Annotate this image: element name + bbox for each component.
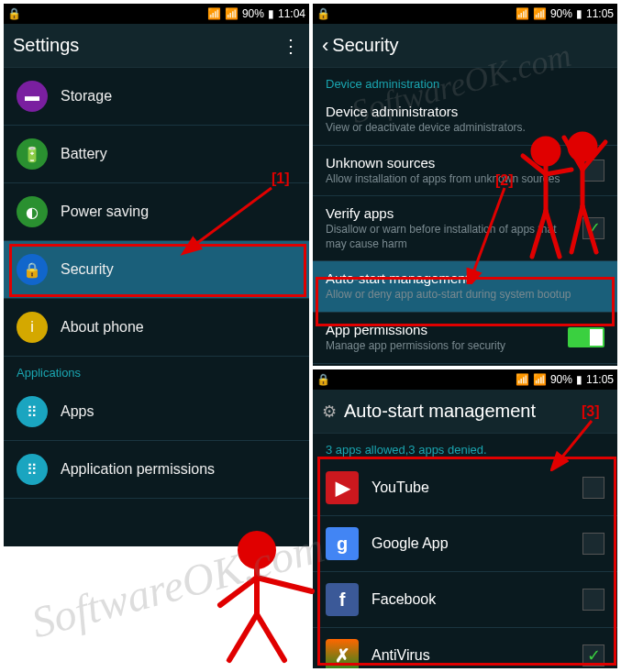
svg-line-7 [229, 614, 257, 660]
signal-icon: 📶 [533, 7, 547, 20]
status-bar: 🔒 📶 📶 90% ▮ 11:05 [313, 4, 617, 24]
item-title: Auto-start management [326, 270, 604, 286]
status-bar: 🔒 📶 📶 90% ▮ 11:05 [313, 369, 617, 390]
security-item-app-permissions[interactable]: App permissions Manage app permissions f… [313, 313, 617, 364]
facebook-icon: f [326, 583, 359, 616]
settings-item-apps[interactable]: ⠿ Apps [4, 383, 309, 441]
section-applications: Applications [4, 357, 309, 383]
screen-autostart: 🔒 📶 📶 90% ▮ 11:05 ⚙ Auto-start managemen… [313, 369, 617, 668]
item-label: Apps [61, 403, 94, 420]
page-title: Security [332, 35, 398, 56]
title-bar-autostart: ⚙ Auto-start management [313, 390, 617, 434]
app-label: Facebook [371, 591, 575, 608]
battery-text: 90% [550, 7, 572, 20]
checkbox-unknown-sources[interactable] [582, 160, 604, 182]
title-bar-settings: Settings ⋮ [4, 24, 309, 68]
lock-icon: 🔒 [7, 7, 21, 20]
item-subtitle: Allow installation of apps from unknown … [326, 172, 575, 187]
app-permissions-icon: ⠿ [17, 454, 48, 485]
title-bar-security: ‹ Security [313, 24, 617, 68]
checkbox-google[interactable] [582, 533, 604, 555]
autostart-summary: 3 apps allowed,3 apps denied. [313, 434, 617, 460]
back-icon[interactable]: ‹ [322, 34, 328, 58]
section-device-admin: Device administration [313, 68, 617, 94]
gear-icon: ⚙ [322, 402, 337, 422]
lock-icon: 🔒 [316, 7, 330, 20]
battery-text: 90% [550, 373, 572, 386]
svg-line-5 [220, 578, 257, 605]
battery-icon: 🔋 [17, 138, 48, 170]
app-item-google[interactable]: g Google App [313, 516, 617, 572]
item-title: Verify apps [326, 205, 575, 221]
signal-icon: 📶 [225, 7, 238, 20]
overflow-menu-icon[interactable]: ⋮ [282, 35, 300, 57]
settings-item-battery[interactable]: 🔋 Battery [4, 126, 309, 183]
battery-text: 90% [242, 7, 264, 20]
item-subtitle: View or deactivate device administrators… [326, 121, 604, 136]
screen-settings: 🔒 📶 📶 90% ▮ 11:04 Settings ⋮ ▬ Storage 🔋… [4, 4, 309, 546]
signal-icon: 📶 [533, 373, 547, 386]
checkbox-antivirus[interactable]: ✓ [582, 644, 604, 666]
page-title: Settings [13, 35, 79, 56]
signal-icon: 📶 [516, 7, 529, 20]
app-item-facebook[interactable]: f Facebook [313, 572, 617, 628]
item-label: Power saving [61, 204, 149, 220]
item-title: App permissions [326, 322, 568, 337]
item-label: Security [61, 261, 114, 278]
item-label: Application permissions [61, 461, 215, 478]
item-title: Unknown sources [326, 155, 575, 171]
checkbox-verify-apps[interactable]: ✓ [582, 217, 604, 239]
item-label: Battery [61, 146, 107, 162]
clock: 11:05 [586, 7, 614, 20]
power-saving-icon: ◐ [17, 196, 48, 227]
item-subtitle: Disallow or warn before installation of … [326, 223, 575, 251]
toggle-app-permissions[interactable] [568, 327, 604, 347]
security-item-device-administrators[interactable]: Device administrators View or deactivate… [313, 94, 617, 146]
signal-icon: 📶 [516, 373, 529, 386]
settings-item-app-permissions[interactable]: ⠿ Application permissions [4, 441, 309, 499]
item-subtitle: Manage app permissions for security [326, 339, 568, 354]
app-label: Google App [371, 535, 575, 552]
status-bar: 🔒 📶 📶 90% ▮ 11:04 [4, 4, 309, 24]
item-title: Device administrators [326, 104, 604, 119]
settings-item-security[interactable]: 🔒 Security [4, 241, 309, 299]
settings-item-storage[interactable]: ▬ Storage [4, 68, 309, 126]
item-label: About phone [61, 319, 144, 336]
app-item-youtube[interactable]: ▶ YouTube [313, 460, 617, 516]
app-label: YouTube [371, 479, 575, 496]
screen-security: 🔒 📶 📶 90% ▮ 11:05 ‹ Security Device admi… [313, 4, 617, 366]
security-item-auto-start-management[interactable]: Auto-start management Allow or deny app … [313, 261, 617, 313]
checkbox-youtube[interactable] [582, 477, 604, 499]
storage-icon: ▬ [17, 81, 48, 112]
lock-icon: 🔒 [316, 373, 330, 386]
signal-icon: 📶 [207, 7, 221, 20]
checkbox-facebook[interactable] [582, 589, 604, 611]
google-icon: g [326, 527, 359, 560]
settings-item-about-phone[interactable]: i About phone [4, 299, 309, 357]
svg-line-8 [257, 614, 284, 660]
about-icon: i [17, 312, 48, 343]
page-title: Auto-start management [344, 401, 536, 422]
security-item-verify-apps[interactable]: Verify apps Disallow or warn before inst… [313, 196, 617, 261]
youtube-icon: ▶ [326, 471, 359, 504]
app-label: AntiVirus [371, 647, 575, 664]
apps-icon: ⠿ [17, 396, 48, 427]
battery-icon: ▮ [268, 7, 274, 20]
security-item-unknown-sources[interactable]: Unknown sources Allow installation of ap… [313, 146, 617, 197]
battery-icon: ▮ [576, 7, 582, 20]
antivirus-icon: ✗ [326, 639, 359, 668]
app-item-antivirus[interactable]: ✗ AntiVirus ✓ [313, 628, 617, 668]
settings-item-power-saving[interactable]: ◐ Power saving [4, 183, 309, 241]
clock: 11:04 [278, 7, 305, 20]
svg-line-6 [257, 578, 312, 591]
security-icon: 🔒 [17, 254, 48, 285]
clock: 11:05 [586, 373, 614, 386]
battery-icon: ▮ [576, 373, 582, 386]
item-subtitle: Allow or deny app auto-start during syst… [326, 288, 604, 303]
item-label: Storage [61, 88, 112, 105]
